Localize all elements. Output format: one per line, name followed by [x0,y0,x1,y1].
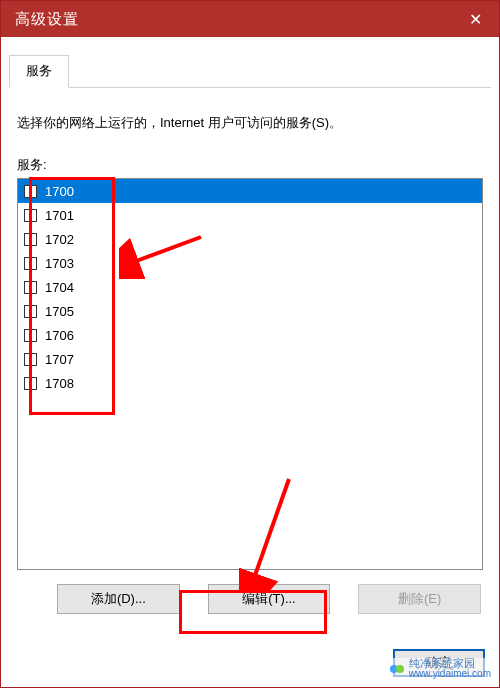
button-row: 添加(D)... 编辑(T)... 删除(E) [17,584,483,614]
tab-services[interactable]: 服务 [9,55,69,88]
svg-point-5 [396,665,404,673]
watermark-line2: www.yidaimei.com [409,669,491,679]
checkbox-icon[interactable] [24,233,37,246]
close-button[interactable]: ✕ [451,1,499,37]
checkbox-icon[interactable] [24,257,37,270]
tab-strip: 服务 [9,55,491,88]
checkbox-icon[interactable] [24,305,37,318]
window-body: 服务 选择你的网络上运行的，Internet 用户可访问的服务(S)。 服务: … [1,55,499,622]
watermark: 纯净系统家园 www.yidaimei.com [387,658,493,679]
list-item[interactable]: 1708 [18,371,482,395]
list-item[interactable]: 1707 [18,347,482,371]
checkbox-icon[interactable] [24,329,37,342]
list-item-label: 1708 [45,376,74,391]
list-item[interactable]: 1701 [18,203,482,227]
list-item[interactable]: 1704 [18,275,482,299]
list-item-label: 1702 [45,232,74,247]
checkbox-icon[interactable] [24,353,37,366]
window-title: 高级设置 [15,10,79,29]
list-item-label: 1701 [45,208,74,223]
list-item-label: 1700 [45,184,74,199]
list-item-label: 1703 [45,256,74,271]
list-item-label: 1706 [45,328,74,343]
edit-button[interactable]: 编辑(T)... [208,584,331,614]
watermark-icon [389,661,405,677]
list-label: 服务: [17,156,483,174]
list-item[interactable]: 1703 [18,251,482,275]
tab-label: 服务 [26,63,52,78]
checkbox-icon[interactable] [24,209,37,222]
advanced-settings-window: 高级设置 ✕ 服务 选择你的网络上运行的，Internet 用户可访问的服务(S… [0,0,500,688]
services-listbox[interactable]: 170017011702170317041705170617071708 [17,178,483,570]
delete-button: 删除(E) [358,584,481,614]
close-icon: ✕ [469,10,482,29]
list-item-label: 1707 [45,352,74,367]
list-item-label: 1705 [45,304,74,319]
tab-panel: 选择你的网络上运行的，Internet 用户可访问的服务(S)。 服务: 170… [9,88,491,614]
add-button[interactable]: 添加(D)... [57,584,180,614]
titlebar: 高级设置 ✕ [1,1,499,37]
checkbox-icon[interactable] [24,377,37,390]
checkbox-icon[interactable] [24,281,37,294]
panel-description: 选择你的网络上运行的，Internet 用户可访问的服务(S)。 [17,114,483,132]
list-item[interactable]: 1700 [18,179,482,203]
list-item[interactable]: 1702 [18,227,482,251]
checkbox-icon[interactable] [24,185,37,198]
list-item-label: 1704 [45,280,74,295]
list-item[interactable]: 1706 [18,323,482,347]
list-item[interactable]: 1705 [18,299,482,323]
